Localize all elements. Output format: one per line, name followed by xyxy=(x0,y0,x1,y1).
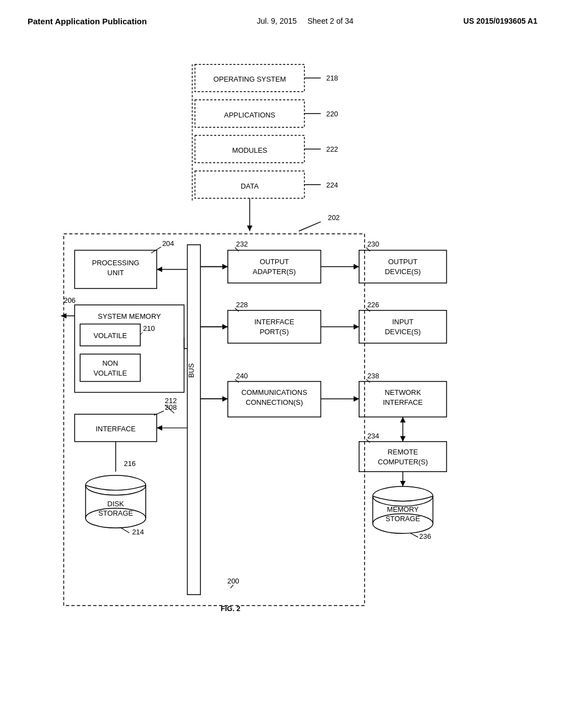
svg-marker-70 xyxy=(157,266,162,272)
ref-220: 220 xyxy=(326,110,338,118)
interface-ports-label1: INTERFACE xyxy=(254,318,295,326)
svg-marker-38 xyxy=(354,264,359,269)
ref-238: 238 xyxy=(367,372,379,380)
modules-label: MODULES xyxy=(232,146,268,154)
comms-label1: COMMUNICATIONS xyxy=(242,388,307,397)
memory-storage-label1: MEMORY xyxy=(387,505,419,513)
fig-number-ref: 200 xyxy=(227,577,239,585)
output-adapter-label1: OUTPUT xyxy=(260,258,289,266)
remote-computer-label1: REMOTE xyxy=(388,448,418,456)
ref-210: 210 xyxy=(143,324,154,333)
disk-storage-label2: STORAGE xyxy=(98,509,133,517)
ref-228: 228 xyxy=(236,301,248,309)
svg-marker-11 xyxy=(247,226,253,231)
ref-214: 214 xyxy=(132,528,143,536)
os-label: OPERATING SYSTEM xyxy=(214,75,286,83)
svg-text:VOLATILE: VOLATILE xyxy=(93,369,127,377)
svg-line-32 xyxy=(121,528,130,533)
ref-224: 224 xyxy=(326,181,338,189)
sheet-info: Sheet 2 of 34 xyxy=(307,17,353,25)
interface-ports-label2: PORT(S) xyxy=(260,328,289,336)
svg-rect-24 xyxy=(188,245,201,595)
svg-rect-43 xyxy=(359,311,447,343)
ref-230: 230 xyxy=(367,240,379,248)
page-header: Patent Application Publication Jul. 9, 2… xyxy=(0,0,565,31)
svg-line-26 xyxy=(154,411,164,415)
publication-label: Patent Application Publication xyxy=(28,17,147,26)
ref-226: 226 xyxy=(367,301,379,309)
ref-206: 206 xyxy=(63,296,75,304)
ref-216: 216 xyxy=(124,459,136,468)
ref-232: 232 xyxy=(236,240,248,248)
ref-236: 236 xyxy=(419,532,431,540)
svg-marker-76 xyxy=(157,425,162,431)
svg-rect-12 xyxy=(63,234,364,606)
ref-240: 240 xyxy=(236,372,248,380)
network-label1: NETWORK xyxy=(385,388,421,397)
input-device-label1: INPUT xyxy=(392,318,414,326)
processing-unit-label: PROCESSING xyxy=(92,259,140,267)
output-adapter-label2: ADAPTER(S) xyxy=(253,267,296,276)
svg-line-34 xyxy=(235,248,239,251)
disk-storage-label1: DISK xyxy=(108,500,124,508)
applications-label: APPLICATIONS xyxy=(224,111,275,119)
svg-line-9 xyxy=(299,222,321,231)
date-sheet: Jul. 9, 2015 Sheet 2 of 34 xyxy=(257,17,353,25)
svg-point-28 xyxy=(86,475,146,495)
pub-date: Jul. 9, 2015 xyxy=(257,17,296,25)
ref-218: 218 xyxy=(326,74,338,82)
output-device-label1: OUTPUT xyxy=(388,258,418,266)
svg-marker-54 xyxy=(354,396,359,402)
non-volatile-label: NON xyxy=(102,359,118,367)
diagram-container: OPERATING SYSTEM 218 APPLICATIONS 220 MO… xyxy=(0,31,565,682)
output-device-label2: DEVICE(S) xyxy=(385,267,421,276)
svg-rect-35 xyxy=(359,250,447,283)
svg-marker-46 xyxy=(354,324,359,330)
main-svg: OPERATING SYSTEM 218 APPLICATIONS 220 MO… xyxy=(28,42,537,671)
network-label2: INTERFACE xyxy=(383,398,423,406)
ref-234: 234 xyxy=(367,432,379,440)
ref-208: 208 xyxy=(165,403,177,411)
svg-marker-59 xyxy=(400,417,406,422)
svg-line-66 xyxy=(410,533,418,537)
svg-text:UNIT: UNIT xyxy=(108,269,124,277)
svg-point-62 xyxy=(373,486,433,506)
remote-computer-label2: COMPUTER(S) xyxy=(378,458,428,466)
data-label: DATA xyxy=(241,182,259,190)
input-device-label2: DEVICE(S) xyxy=(385,328,421,336)
svg-rect-41 xyxy=(228,311,321,343)
volatile-label: VOLATILE xyxy=(93,331,127,340)
svg-rect-60 xyxy=(359,442,447,472)
comms-label2: CONNECTION(S) xyxy=(246,398,303,406)
ref-222: 222 xyxy=(326,145,338,153)
svg-marker-58 xyxy=(400,436,406,442)
system-memory-label: SYSTEM MEMORY xyxy=(98,312,161,320)
fig-title: FIG. 2 xyxy=(221,604,241,613)
svg-rect-33 xyxy=(228,250,321,283)
svg-line-36 xyxy=(366,248,370,251)
ref-202: 202 xyxy=(328,213,339,222)
memory-storage-label2: STORAGE xyxy=(386,515,420,523)
svg-marker-68 xyxy=(400,481,406,486)
interface-label: INTERFACE xyxy=(96,425,136,433)
ref-204: 204 xyxy=(162,239,174,248)
bus-label: BUS xyxy=(187,363,195,378)
svg-rect-21 xyxy=(80,354,140,382)
patent-number: US 2015/0193605 A1 xyxy=(463,17,537,25)
